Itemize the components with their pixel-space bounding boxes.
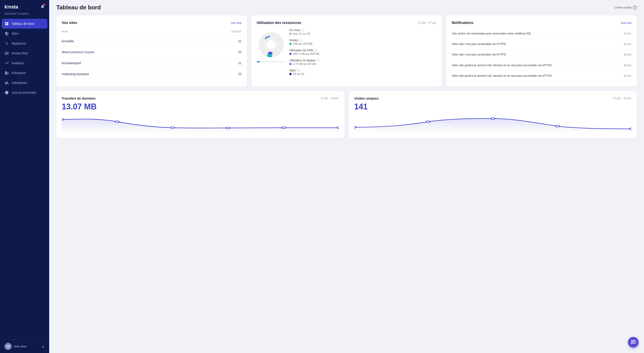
enterprise-icon [4,71,9,75]
notif-text-3: Votre site perdra le service SSL demain … [452,63,621,67]
dot-cyan [289,43,292,45]
notification-item-4: Votre site perdra le service SSL demain … [452,71,632,81]
sidebar-nav: Tableau de bord Sites Migrations Kinsta … [0,19,49,339]
sidebar-item-migrations[interactable]: Migrations [0,39,49,48]
svg-point-15 [226,127,230,129]
sites-table: NOM VISITES kinstalife 41 WooCommerce Co… [62,29,242,80]
dashboard-content: Vos sites Voir tout NOM VISITES kinstali… [49,13,644,353]
chat-button[interactable] [628,337,639,348]
sidebar-item-analytics[interactable]: Analytics [0,58,49,68]
stat-ce-mois: Ce mois i Jour 21 sur 30 [289,29,436,35]
migrations-icon [4,41,9,46]
notification-item-3: Votre site perdra le service SSL demain … [452,60,632,71]
svg-rect-3 [7,24,8,25]
notification-bell[interactable] [40,4,45,10]
transfert-chart [62,115,339,133]
notifications-voir-tout-link[interactable]: Voir tout [621,21,632,25]
help-label: Centre d'aide [614,6,632,9]
sidebar-item-entreprise[interactable]: Entreprise [0,68,49,78]
resource-card-header: Utilisation des ressources 27 juin – 27 … [257,21,436,25]
help-icon: ? [633,6,637,10]
analytics-icon [4,61,9,65]
sidebar-item-utilisateurs[interactable]: Utilisateurs [0,78,49,88]
dot-gray [289,33,292,35]
svg-point-12 [62,119,64,120]
dot-purple [289,53,292,55]
site-visits-1: 32 [238,50,242,54]
table-row: kinstawooperf 31 [62,58,242,69]
svg-point-13 [116,121,119,123]
stat-disque-label: Utilisation du disque i [289,59,436,62]
bottom-row: Transfert de données 11 juil. – 18 juil.… [56,91,637,138]
site-name-1: WooCommerce Course [62,50,94,54]
svg-point-21 [556,125,560,127]
sidebar-item-sites[interactable]: Sites [0,29,49,39]
dot-blue [289,63,292,65]
svg-point-6 [266,39,277,51]
sidebar-item-tableau-de-bord[interactable]: Tableau de bord [2,19,48,29]
chevron-up-icon: ▲ [42,344,45,348]
sidebar-label-analytics: Analytics [12,61,24,65]
stat-ce-mois-value: Jour 21 sur 30 [289,32,436,35]
resource-stats: Ce mois i Jour 21 sur 30 Visites [289,29,436,79]
svg-point-17 [337,127,339,129]
resource-usage-card: Utilisation des ressources 27 juin – 27 … [251,16,442,87]
site-name-0: kinstalife [62,39,74,43]
sidebar-label-tableau-de-bord: Tableau de bord [12,22,34,26]
transfert-header: Transfert de données 11 juil. – 18 juil. [62,96,339,100]
notif-date-1: 30 juin [624,43,632,46]
resource-card-title: Utilisation des ressources [257,21,301,25]
svg-point-14 [171,127,175,129]
svg-point-16 [282,127,286,129]
stat-ce-mois-label: Ce mois i [289,29,436,32]
sidebar-label-kinsta-dns: Kinsta DNS [12,52,28,55]
notif-date-4: 29 juin [624,74,632,77]
col-nom: NOM [62,30,68,33]
donut-chart [257,30,286,59]
stat-sites-label: Sites i [289,69,436,72]
notif-date-2: 30 juin [624,53,632,56]
stat-visites-value: 238 sur 100,000 [289,42,436,46]
svg-point-18 [354,126,356,128]
transfert-card: Transfert de données 11 juil. – 18 juil.… [56,91,344,138]
sidebar-header: kinsta [0,0,49,12]
user-name: John Doe [14,345,39,348]
resource-date-range: 27 juin – 27 juil. [418,21,436,24]
vos-sites-card: Vos sites Voir tout NOM VISITES kinstali… [56,16,247,87]
page-title: Tableau de bord [56,4,101,11]
stat-cdn: Utilisation du CDN i 446.71 kB sur 400 G… [289,49,436,56]
transfert-date: 11 juil. – 18 juil. [320,97,339,100]
users-icon [4,81,9,85]
main-content: Tableau de bord Centre d'aide ? Vos site… [49,0,644,353]
kinsta-logo: kinsta [4,4,18,10]
topbar: Tableau de bord Centre d'aide ? [49,0,644,13]
visites-line-chart [354,115,632,133]
notif-date-3: 29 juin [624,64,632,67]
user-menu[interactable]: JD John Doe ▲ [0,339,49,353]
notif-text-2: Votre site n'est plus accessible via HTT… [452,53,621,57]
notification-item-0: Une action est nécessaire pour renouvele… [452,29,632,39]
help-link[interactable]: Centre d'aide ? [614,6,637,10]
sidebar-label-journal: Journal d'activités [12,91,36,94]
table-row: kinstalife 41 [62,36,242,47]
donut-bar-indicator [257,59,286,64]
activity-icon [4,90,9,95]
notifications-card: Notifications Voir tout Une action est n… [446,16,637,87]
visites-uniques-card: Visites uniques 11 juil. – 18 juil. 141 [349,91,637,138]
sidebar-label-entreprise: Entreprise [12,71,26,75]
notification-item-2: Votre site n'est plus accessible via HTT… [452,50,632,60]
sidebar-item-kinsta-dns[interactable]: Kinsta DNS [0,48,49,58]
site-visits-2: 31 [238,61,242,65]
info-icon-sites: i [297,69,300,72]
notifications-title: Notifications [452,21,474,25]
table-row: WooCommerce Course 32 [62,47,242,58]
svg-rect-0 [5,22,6,24]
dashboard-icon [4,22,9,26]
avatar-initials: JD [4,343,12,350]
site-visits-0: 41 [238,39,242,43]
sidebar-item-journal[interactable]: Journal d'activités [0,88,49,98]
stat-disque-value: 2.73 GB sur 30 GB [289,62,436,66]
sites-voir-tout-link[interactable]: Voir tout [231,21,242,25]
notifications-card-header: Notifications Voir tout [452,21,632,25]
col-visites: VISITES [231,30,242,33]
